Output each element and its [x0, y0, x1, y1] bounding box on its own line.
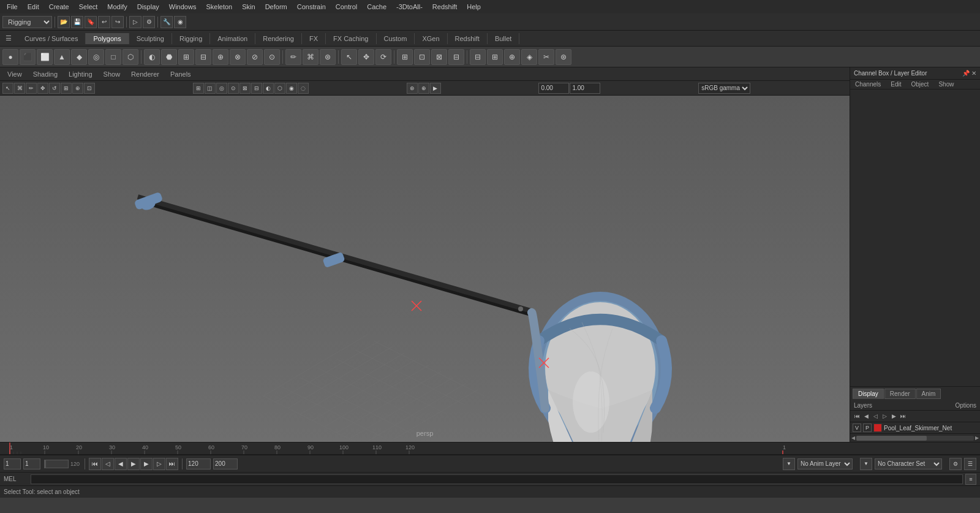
vp-snap-curve-btn[interactable]: ◎ [216, 83, 227, 94]
vp-snap-btn[interactable]: ⊡ [84, 83, 95, 94]
shelf-special-icon[interactable]: ⬡ [123, 49, 138, 65]
shelf-paint-icon[interactable]: ✏ [285, 49, 301, 65]
layer-nav-last-btn[interactable]: ⏭ [899, 412, 907, 420]
layer-nav-prev2-btn[interactable]: ◁ [871, 412, 880, 420]
playback-first-btn[interactable]: ⏮ [89, 458, 101, 470]
rpanel-tab-display[interactable]: Display [853, 389, 884, 399]
menu-constrain[interactable]: Constrain [293, 2, 330, 12]
playback-prev-key-btn[interactable]: ◁ [102, 458, 114, 470]
render-frame-btn[interactable]: ▷ [129, 16, 141, 28]
script-editor-btn[interactable]: ≡ [965, 474, 976, 485]
ch-tab-show[interactable]: Show [933, 80, 959, 89]
modeling-toolkit-btn[interactable]: 🔧 [160, 16, 173, 28]
vp-playblast-btn[interactable]: ▶ [430, 83, 441, 94]
layer-scroll-thumb[interactable] [856, 436, 927, 441]
vp-snap-grid-btn[interactable]: ◫ [205, 83, 216, 94]
shelf-subdiv-icon[interactable]: ⬣ [161, 49, 177, 65]
shelf-cylinder-icon[interactable]: ⬜ [37, 49, 53, 65]
view-menu-show[interactable]: Show [99, 69, 126, 79]
anim-prefs-btn[interactable]: ☰ [964, 458, 976, 470]
redo-btn[interactable]: ↪ [111, 16, 124, 28]
tab-rendering[interactable]: Rendering [255, 33, 302, 44]
menu-select[interactable]: Select [75, 2, 102, 12]
shelf-torus-icon[interactable]: ◎ [88, 49, 104, 65]
shelf-combine-icon[interactable]: ⊞ [178, 49, 194, 65]
vp-rotate-btn[interactable]: ↺ [49, 83, 60, 94]
vp-universal-btn[interactable]: ⊕ [72, 83, 83, 94]
undo-btn[interactable]: ↩ [98, 16, 110, 28]
character-set-select[interactable]: No Character Set [875, 458, 942, 469]
vp-coord-x[interactable] [538, 83, 569, 94]
workspace-selector[interactable]: Rigging Modeling Animation Rendering [2, 16, 52, 28]
view-menu-panels[interactable]: Panels [165, 69, 196, 79]
vp-xray-btn[interactable]: ◌ [298, 83, 309, 94]
shelf-smooth-icon[interactable]: ◐ [144, 49, 160, 65]
shelf-fill-icon[interactable]: ⊙ [264, 49, 280, 65]
command-input[interactable] [31, 474, 963, 484]
tab-custom[interactable]: Custom [377, 33, 415, 44]
shelf-mirror-icon[interactable]: ⊟ [470, 49, 486, 65]
menu-file[interactable]: File [2, 2, 22, 12]
vp-select-btn[interactable]: ↖ [2, 83, 13, 94]
tab-redshift[interactable]: Redshift [448, 33, 488, 44]
vp-color-profile-select[interactable]: sRGB gamma [698, 83, 750, 94]
timeline-max-end-input[interactable] [213, 458, 238, 469]
layer-nav-prev-btn[interactable]: ◀ [862, 412, 870, 420]
shelf-uv-icon[interactable]: ⊟ [448, 49, 464, 65]
menu-3dtoall[interactable]: -3DtoAll- [392, 2, 427, 12]
shelf-cone-icon[interactable]: ▲ [54, 49, 70, 65]
ch-tab-channels[interactable]: Channels [850, 80, 886, 89]
menu-create[interactable]: Create [45, 2, 74, 12]
tab-rigging[interactable]: Rigging [172, 33, 210, 44]
timeline-ruler[interactable]: 1 10 20 30 40 50 60 70 80 90 100 110 120 [0, 443, 980, 455]
vp-wireframe-btn[interactable]: ⬡ [274, 83, 285, 94]
menu-skeleton[interactable]: Skeleton [202, 2, 236, 12]
render-settings-btn[interactable]: ⚙ [143, 16, 155, 28]
selection-mode-btn[interactable]: ◉ [174, 16, 186, 28]
tab-polygons[interactable]: Polygons [86, 33, 129, 44]
tab-animation[interactable]: Animation [210, 33, 255, 44]
shelf-unfold-icon[interactable]: ⊞ [397, 49, 413, 65]
vp-scale-btn[interactable]: ⊞ [61, 83, 72, 94]
menu-skin[interactable]: Skin [238, 2, 259, 12]
shelf-separate-icon[interactable]: ⊟ [195, 49, 211, 65]
shelf-sculpt-icon[interactable]: ⌘ [303, 49, 318, 65]
menu-help[interactable]: Help [462, 2, 485, 12]
timeline-end-range-input[interactable] [186, 458, 211, 469]
playback-next-key-btn[interactable]: ▷ [153, 458, 165, 470]
layer-nav-next2-btn[interactable]: ▷ [880, 412, 889, 420]
shelf-menu-btn[interactable]: ☰ [2, 32, 15, 45]
rpanel-tab-render[interactable]: Render [884, 389, 916, 399]
layer-visibility-btn[interactable]: V [853, 424, 861, 432]
shelf-plane-icon[interactable]: □ [105, 49, 121, 65]
save-scene-btn[interactable]: 💾 [71, 16, 83, 28]
timeline-current-frame-input[interactable] [23, 458, 40, 469]
vp-isolate-btn[interactable]: ⊙ [228, 83, 239, 94]
ch-tab-object[interactable]: Object [907, 80, 934, 89]
menu-display[interactable]: Display [133, 2, 164, 12]
timeline-start-frame-input[interactable] [4, 458, 21, 469]
char-set-options-btn[interactable]: ⚙ [949, 458, 962, 470]
vp-move-btn[interactable]: ✥ [37, 83, 48, 94]
layer-nav-first-btn[interactable]: ⏮ [853, 412, 861, 420]
menu-deform[interactable]: Deform [261, 2, 292, 12]
vp-paint-btn[interactable]: ✏ [26, 83, 37, 94]
vp-resolution-btn[interactable]: ⊕ [418, 83, 429, 94]
layer-scroll-track[interactable] [856, 436, 974, 441]
shelf-bridge-icon[interactable]: ⊘ [247, 49, 263, 65]
menu-control[interactable]: Control [331, 2, 361, 12]
layer-playback-btn[interactable]: P [863, 424, 872, 432]
vp-frame-all-btn[interactable]: ⊠ [239, 83, 251, 94]
vp-frame-sel-btn[interactable]: ⊟ [251, 83, 262, 94]
shelf-cylindrical-icon[interactable]: ⊠ [431, 49, 447, 65]
shelf-planar-icon[interactable]: ⊡ [414, 49, 430, 65]
vp-display-type-btn[interactable]: ◐ [263, 83, 274, 94]
layer-scrollbar[interactable]: ◀ ▶ [850, 433, 980, 442]
menu-cache[interactable]: Cache [363, 2, 391, 12]
3d-viewport[interactable]: X Y Z persp [0, 96, 850, 442]
save-incremental-btn[interactable]: 🔖 [85, 16, 97, 28]
anim-layer-select[interactable]: No Anim Layer [797, 458, 853, 469]
layer-color-swatch[interactable] [873, 424, 882, 432]
shelf-transform-icon[interactable]: ✥ [358, 49, 374, 65]
shelf-cube-icon[interactable]: ⬛ [20, 49, 36, 65]
